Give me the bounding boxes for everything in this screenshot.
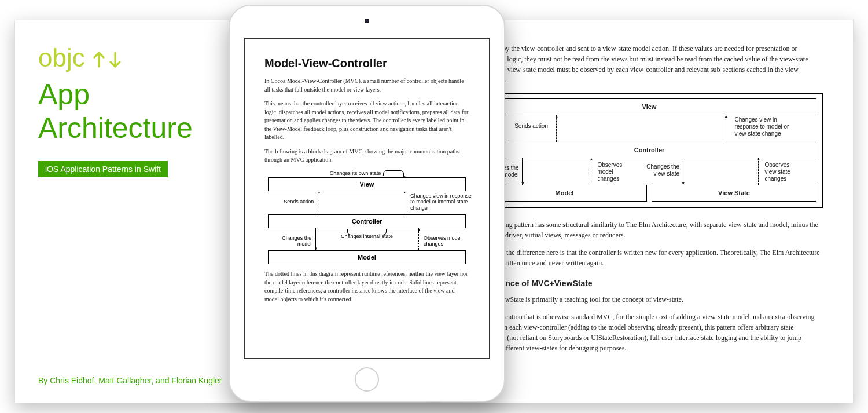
section-heading: Importance of MVC+ViewState — [476, 277, 823, 290]
updown-arrows-icon — [89, 43, 129, 72]
diagram-label: Changes view in response to model or int… — [410, 193, 474, 211]
diagram-label: Observes model changes — [597, 162, 632, 182]
diagram-box-controller: Controller — [482, 142, 816, 159]
ipad-device: Model-View-Controller In Cocoa Model-Vie… — [229, 5, 505, 402]
book-authors: By Chris Eidhof, Matt Gallagher, and Flo… — [38, 376, 222, 385]
product-render: objc App Architecture iOS Application Pa… — [0, 0, 868, 413]
diagram-label: Changes the view state — [639, 163, 679, 177]
body-paragraph: This means that the controller layer rec… — [264, 100, 469, 142]
camera-icon — [365, 19, 369, 23]
diagram-box-viewstate: View State — [652, 185, 816, 202]
body-paragraph: The dotted lines in this diagram represe… — [264, 270, 469, 304]
chapter-heading: Model-View-Controller — [264, 57, 469, 70]
body-paragraph: The resulting pattern has some structura… — [476, 220, 823, 240]
ipad-screen: Model-View-Controller In Cocoa Model-Vie… — [244, 38, 490, 359]
mvc-viewstate-diagram: View Sends action Changes view in respon… — [476, 93, 823, 208]
diagram-label: Sends action — [284, 199, 314, 205]
diagram-box-model: Model — [268, 250, 466, 264]
body-paragraph: MVC+ViewState is primarily a teaching to… — [476, 294, 823, 305]
mvc-diagram: Changes its own state View Sends action … — [268, 170, 466, 265]
diagram-label: Sends action — [514, 123, 548, 130]
diagram-label: Changes the model — [268, 235, 311, 248]
body-paragraph: In Cocoa Model-View-Controller (MVC), a … — [264, 77, 469, 94]
diagram-label: Observes view state changes — [764, 162, 800, 182]
body-paragraph: observed by the view-controller and sent… — [476, 43, 823, 85]
diagram-box-view: View — [482, 98, 816, 115]
body-paragraph: The following is a block diagram of MVC,… — [264, 148, 469, 165]
home-button-icon — [355, 367, 379, 392]
book-subtitle: iOS Application Patterns in Swift — [38, 161, 168, 177]
diagram-box-view: View — [268, 177, 466, 191]
diagram-label: Changes its own state — [268, 170, 466, 178]
diagram-box-controller: Controller — [268, 214, 466, 228]
diagram-label: Observes model changes — [424, 235, 466, 248]
body-paragraph: In an application that is otherwise stan… — [476, 312, 823, 353]
brand-text: objc — [38, 43, 85, 72]
diagram-label: Changes view in response to model or vie… — [734, 116, 792, 137]
body-paragraph: Of course, the difference here is that t… — [476, 247, 823, 268]
diagram-box-model: Model — [482, 185, 647, 202]
